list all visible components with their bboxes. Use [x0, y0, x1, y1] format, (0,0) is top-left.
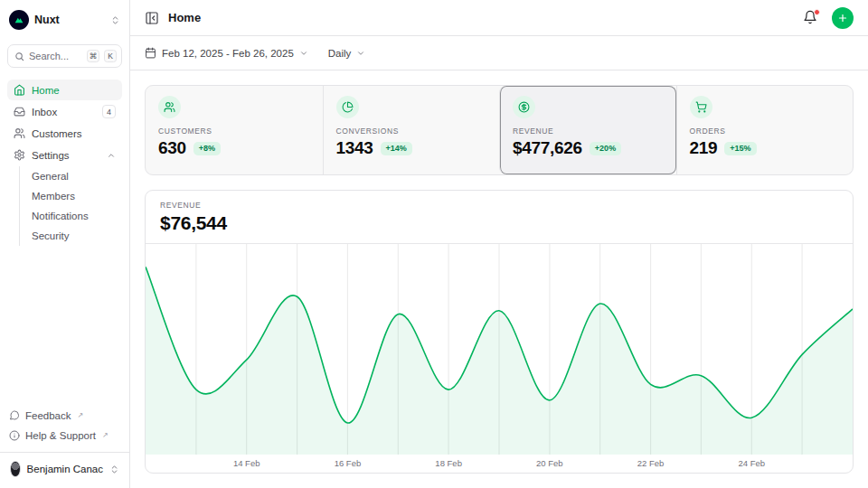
- chevrons-up-down-icon: [109, 465, 119, 474]
- sidebar-item-security[interactable]: Security: [32, 226, 122, 246]
- sidebar-item-customers[interactable]: Customers: [7, 123, 122, 144]
- chart-kicker: REVENUE: [160, 201, 838, 210]
- date-range-picker[interactable]: Feb 12, 2025 - Feb 26, 2025: [145, 47, 308, 59]
- shopping-cart-icon: [690, 96, 712, 118]
- notifications-button[interactable]: [803, 10, 819, 26]
- workspace-name: Nuxt: [34, 14, 105, 26]
- area-chart-svg: [146, 244, 853, 455]
- delta-badge: +20%: [590, 142, 621, 155]
- x-tick: 18 Feb: [435, 458, 462, 468]
- help-support-link[interactable]: Help & Support ↗: [7, 426, 122, 446]
- sidebar-item-inbox[interactable]: Inbox 4: [7, 101, 122, 122]
- stat-value: $477,626: [513, 138, 582, 158]
- sidebar-footer: Feedback ↗ Help & Support ↗ Benjamin Can…: [7, 406, 122, 481]
- sidebar-nav: Home Inbox 4 Customers Settings General …: [7, 80, 122, 246]
- settings-children: General Members Notifications Security: [19, 166, 122, 246]
- granularity-select[interactable]: Daily: [328, 48, 366, 59]
- dashboard-app: Nuxt Search... ⌘ K Home Inbox 4 Customer…: [0, 0, 868, 488]
- inbox-icon: [14, 106, 25, 117]
- add-button[interactable]: [832, 7, 854, 29]
- kbd-k: K: [104, 50, 117, 62]
- kbd-cmd: ⌘: [87, 50, 99, 62]
- chevrons-up-down-icon: [110, 15, 120, 25]
- filter-toolbar: Feb 12, 2025 - Feb 26, 2025 Daily: [130, 36, 868, 70]
- search-input[interactable]: Search... ⌘ K: [7, 44, 122, 68]
- panel-left-close-icon[interactable]: [145, 11, 159, 25]
- stat-card-customers[interactable]: CUSTOMERS 630 +8%: [146, 86, 323, 174]
- x-tick: 16 Feb: [335, 458, 362, 468]
- top-header: Home: [130, 0, 868, 36]
- circle-dollar-icon: [513, 96, 535, 118]
- stat-label: CONVERSIONS: [336, 127, 487, 136]
- stat-label: REVENUE: [513, 127, 664, 136]
- calendar-icon: [145, 47, 156, 59]
- user-name: Benjamin Canac: [27, 464, 103, 474]
- sidebar-item-label: Customers: [32, 128, 116, 139]
- date-range-value: Feb 12, 2025 - Feb 26, 2025: [162, 48, 294, 59]
- sidebar-item-general[interactable]: General: [32, 166, 122, 186]
- feedback-link[interactable]: Feedback ↗: [7, 406, 122, 426]
- stat-card-orders[interactable]: ORDERS 219 +15%: [676, 86, 854, 174]
- stats-grid: CUSTOMERS 630 +8% CONVERSIONS 1343 +14%: [145, 85, 854, 175]
- sidebar-item-members[interactable]: Members: [32, 186, 122, 206]
- home-icon: [14, 84, 25, 96]
- users-icon: [158, 96, 181, 118]
- granularity-value: Daily: [328, 48, 352, 59]
- stat-label: ORDERS: [690, 127, 841, 136]
- stat-value: 1343: [336, 138, 373, 158]
- users-icon: [14, 127, 25, 139]
- chevron-up-icon: [107, 151, 116, 160]
- stat-card-revenue[interactable]: REVENUE $477,626 +20%: [499, 86, 676, 174]
- stat-card-conversions[interactable]: CONVERSIONS 1343 +14%: [323, 86, 500, 174]
- plus-icon: [837, 13, 848, 23]
- stat-value: 630: [158, 138, 186, 158]
- stat-label: CUSTOMERS: [158, 127, 310, 136]
- avatar: [10, 461, 21, 477]
- sidebar-item-label: Inbox: [32, 107, 96, 117]
- workspace-switcher[interactable]: Nuxt: [7, 7, 122, 33]
- delta-badge: +15%: [724, 142, 756, 155]
- x-tick: 14 Feb: [233, 458, 260, 468]
- chart-total-value: $76,544: [160, 212, 838, 234]
- chevron-down-icon: [356, 49, 365, 58]
- sidebar-divider: [0, 452, 129, 453]
- pie-chart-icon: [336, 96, 359, 118]
- external-link-icon: ↗: [102, 431, 108, 439]
- sidebar-item-notifications[interactable]: Notifications: [32, 206, 122, 226]
- sidebar-item-settings[interactable]: Settings: [7, 145, 122, 165]
- main-area: Home Feb 12, 2025 - Feb 26, 2025 Daily: [130, 0, 868, 488]
- x-tick: 22 Feb: [637, 458, 665, 468]
- x-tick: 20 Feb: [536, 458, 563, 468]
- x-tick: 24 Feb: [738, 458, 765, 468]
- message-circle-icon: [9, 410, 20, 421]
- user-menu[interactable]: Benjamin Canac: [7, 457, 122, 481]
- external-link-icon: ↗: [78, 411, 84, 419]
- search-icon: [14, 52, 24, 61]
- notification-dot: [814, 9, 820, 15]
- feedback-label: Feedback: [25, 410, 71, 421]
- chart-header: REVENUE $76,544: [146, 191, 853, 244]
- sidebar-item-home[interactable]: Home: [7, 80, 122, 100]
- sidebar: Nuxt Search... ⌘ K Home Inbox 4 Customer…: [0, 0, 130, 488]
- page-title: Home: [168, 11, 803, 24]
- revenue-area-chart[interactable]: [146, 244, 853, 455]
- revenue-chart-panel: REVENUE $76,544 14 Feb 16 Feb 18 Feb 20 …: [145, 190, 854, 474]
- chevron-down-icon: [299, 49, 308, 58]
- chart-x-axis: 14 Feb 16 Feb 18 Feb 20 Feb 22 Feb 24 Fe…: [146, 455, 853, 473]
- delta-badge: +8%: [193, 142, 221, 155]
- sidebar-item-label: Home: [32, 85, 116, 96]
- content: CUSTOMERS 630 +8% CONVERSIONS 1343 +14%: [130, 70, 868, 488]
- sidebar-item-label: Settings: [32, 150, 100, 161]
- gear-icon: [14, 149, 25, 161]
- nuxt-logo-icon: [9, 10, 29, 30]
- search-placeholder: Search...: [29, 51, 82, 61]
- inbox-count-badge: 4: [102, 105, 116, 118]
- help-support-label: Help & Support: [25, 430, 96, 441]
- delta-badge: +14%: [381, 142, 412, 155]
- stat-value: 219: [690, 138, 718, 158]
- info-icon: [9, 430, 20, 441]
